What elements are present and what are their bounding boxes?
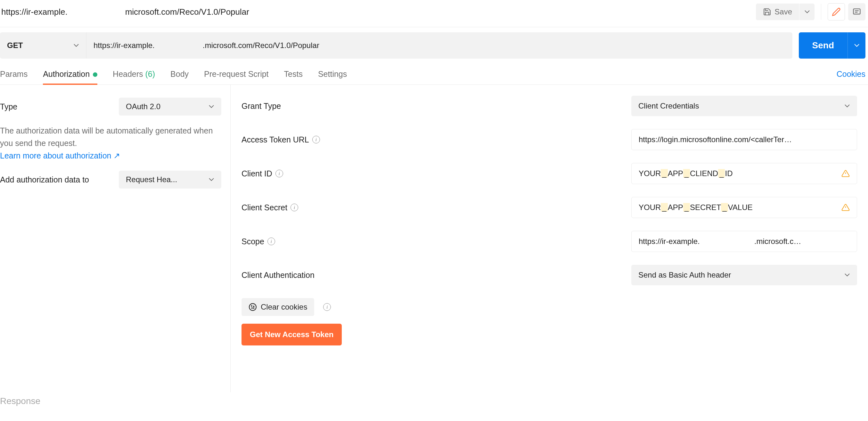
auth-config: Grant Type Client Credentials Access Tok… <box>230 85 868 392</box>
cookies-link[interactable]: Cookies <box>837 69 868 79</box>
info-icon[interactable]: i <box>268 237 275 245</box>
svg-point-7 <box>249 303 256 311</box>
send-group: Send <box>799 32 865 59</box>
info-icon[interactable]: i <box>312 136 320 143</box>
url-input[interactable]: https://ir-example. .microsoft.com/Reco/… <box>87 32 793 59</box>
method-url-group: GET https://ir-example. .microsoft.com/R… <box>0 32 793 59</box>
warning-icon <box>841 169 850 178</box>
edit-button[interactable] <box>828 3 845 21</box>
tab-authorization[interactable]: Authorization <box>43 64 97 85</box>
send-dropdown[interactable] <box>847 32 865 59</box>
save-dropdown[interactable] <box>799 3 814 20</box>
save-icon <box>763 8 771 16</box>
get-new-access-token-button[interactable]: Get New Access Token <box>242 324 342 346</box>
client-secret-label: Client Secret i <box>242 203 298 212</box>
client-auth-select[interactable]: Send as Basic Auth header <box>631 265 857 285</box>
warning-icon <box>841 203 850 212</box>
svg-point-10 <box>252 307 252 308</box>
tab-settings[interactable]: Settings <box>318 64 347 85</box>
tab-prerequest[interactable]: Pre-request Script <box>204 64 269 85</box>
cookie-icon <box>249 303 257 311</box>
tab-tests[interactable]: Tests <box>284 64 303 85</box>
auth-type-label: Type <box>0 102 17 111</box>
auth-help-text: The authorization data will be automatic… <box>0 125 221 162</box>
info-icon[interactable]: i <box>290 204 298 211</box>
grant-type-label: Grant Type <box>242 101 281 111</box>
authorization-panel: Type OAuth 2.0 The authorization data wi… <box>0 85 868 392</box>
top-bar: https://ir-example.microsoft.com/Reco/V1… <box>0 0 868 27</box>
info-icon[interactable]: i <box>275 170 283 177</box>
comment-icon <box>852 7 861 16</box>
pencil-icon <box>832 7 841 16</box>
grant-type-select[interactable]: Client Credentials <box>631 96 857 116</box>
info-icon[interactable]: i <box>323 303 331 311</box>
save-button[interactable]: Save <box>756 3 799 20</box>
request-title: https://ir-example.microsoft.com/Reco/V1… <box>0 7 249 17</box>
auth-sidebar: Type OAuth 2.0 The authorization data wi… <box>0 85 230 392</box>
http-method-value: GET <box>7 41 23 50</box>
clear-cookies-button[interactable]: Clear cookies <box>242 298 314 316</box>
http-method-select[interactable]: GET <box>0 32 87 59</box>
scope-input[interactable]: https://ir-example..microsoft.c… <box>631 231 857 252</box>
add-auth-to-label: Add authorization data to <box>0 174 89 185</box>
scope-label: Scope i <box>242 237 275 246</box>
svg-point-8 <box>251 306 252 306</box>
svg-point-11 <box>253 307 254 308</box>
client-id-input[interactable]: YOUR_APP_CLIEND_ID <box>631 163 857 184</box>
client-auth-label: Client Authentication <box>242 270 314 280</box>
request-title-url: https://ir-example.microsoft.com/Reco/V1… <box>1 7 249 17</box>
tab-params[interactable]: Params <box>0 64 28 85</box>
request-tabs: Params Authorization Headers (6) Body Pr… <box>0 64 868 85</box>
add-auth-to-select[interactable]: Request Hea... <box>119 171 221 189</box>
send-button[interactable]: Send <box>799 32 847 59</box>
client-id-label: Client ID i <box>242 169 283 178</box>
comment-button[interactable] <box>848 3 865 21</box>
request-bar: GET https://ir-example. .microsoft.com/R… <box>0 27 868 64</box>
divider <box>821 4 821 20</box>
save-label: Save <box>774 7 792 16</box>
client-secret-input[interactable]: YOUR_APP_SECRET_VALUE <box>631 197 857 218</box>
save-group: Save <box>756 3 814 20</box>
svg-rect-0 <box>854 9 860 14</box>
auth-type-select[interactable]: OAuth 2.0 <box>119 98 221 116</box>
access-token-url-label: Access Token URL i <box>242 135 320 144</box>
tab-headers[interactable]: Headers (6) <box>113 64 155 85</box>
access-token-url-input[interactable]: https://login.microsoftonline.com/<calle… <box>631 129 857 150</box>
status-dot-icon <box>93 72 97 77</box>
response-section-label: Response <box>0 392 868 406</box>
learn-more-link[interactable]: Learn more about authorization ↗ <box>0 151 120 160</box>
svg-point-9 <box>253 306 254 307</box>
topbar-actions: Save <box>756 3 868 21</box>
tab-body[interactable]: Body <box>170 64 189 85</box>
